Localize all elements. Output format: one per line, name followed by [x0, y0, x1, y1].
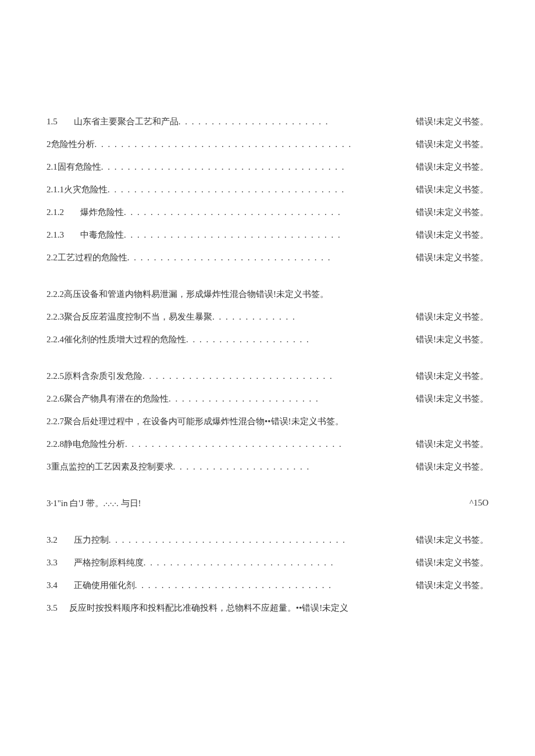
toc-page-ref: 错误!未定义书签。 [416, 334, 488, 345]
toc-page-ref: 错误!未定义书签。 [416, 535, 488, 546]
toc-number: 2.2.6 [47, 394, 64, 404]
toc-number: 2.1.1 [47, 185, 64, 195]
toc-entry: 2.1.1 火灾危险性 . . . . . . . . . . . . . . … [47, 184, 488, 195]
toc-entry: 2.1 固有危险性 . . . . . . . . . . . . . . . … [47, 162, 488, 173]
toc-dots: . . . . . . . . . . . . . . . . . . . . … [125, 439, 416, 449]
toc-number: 1.5 [47, 117, 58, 127]
toc-page-ref: 错误!未定义书签。 [416, 162, 488, 173]
toc-page-ref: 错误!未定义书签。 [416, 393, 488, 404]
toc-number: 2.2 [47, 253, 58, 263]
toc-number: 2.1.2 [47, 207, 64, 217]
toc-page-ref: 错误!未定义 [302, 603, 348, 614]
toc-number: 2.2.2 [47, 289, 64, 299]
toc-entry-garbled: 3·1"in 白'J 带。.·.·.·. 与日! ^15O [47, 498, 488, 509]
toc-entry: 1.5 山东省主要聚合工艺和产品 . . . . . . . . . . . .… [47, 116, 488, 127]
toc-entry: 2.2.5 原料含杂质引发危险 . . . . . . . . . . . . … [47, 371, 488, 382]
toc-entry: 2.2.7 聚合后处理过程中，在设备内可能形成爆炸性混合物•• 错误!未定义书签… [47, 416, 488, 427]
toc-number: 3.3 [47, 558, 58, 568]
toc-entry: 3.5 反应时按投料顺序和投料配比准确投料，总物料不应超量。•• 错误!未定义 [47, 603, 488, 614]
toc-dots: . . . . . . . . . . . . . . . . . . . . … [135, 581, 416, 590]
toc-dots: . . . . . . . . . . . . . [212, 312, 416, 322]
toc-dots: . . . . . . . . . . . . . . . . . . . . … [127, 253, 416, 263]
toc-dots: . . . . . . . . . . . . . . . . . . . . … [173, 462, 416, 472]
toc-title: 危险性分析 [51, 139, 95, 150]
toc-entry: 2.2.4 催化剂的性质增大过程的危险性 . . . . . . . . . .… [47, 334, 488, 345]
toc-page-ref: 错误!未定义书签。 [416, 580, 488, 591]
toc-container: 1.5 山东省主要聚合工艺和产品 . . . . . . . . . . . .… [47, 116, 488, 614]
toc-number: 3 [47, 462, 51, 472]
toc-number: 2.1.3 [47, 230, 64, 240]
toc-title: 反应时按投料顺序和投料配比准确投料，总物料不应超量。•• [69, 603, 302, 614]
toc-entry: 2 危险性分析 . . . . . . . . . . . . . . . . … [47, 139, 488, 150]
toc-title: 正确使用催化剂 [74, 580, 135, 591]
toc-dots: . . . . . . . . . . . . . . . . . . . . … [169, 394, 416, 404]
toc-number: 2.2.3 [47, 312, 64, 322]
toc-entry: 2.2.2 高压设备和管道内物料易泄漏，形成爆炸性混合物 错误!未定义书签。 [47, 289, 488, 300]
toc-entry: 2.1.2 爆炸危险性 . . . . . . . . . . . . . . … [47, 207, 488, 218]
toc-title: 工艺过程的危险性 [58, 252, 127, 263]
toc-page-ref: 错误!未定义书签。 [416, 230, 488, 241]
toc-entry: 3.3 严格控制原料纯度 . . . . . . . . . . . . . .… [47, 557, 488, 568]
toc-number: 3.4 [47, 581, 58, 590]
toc-number: 2.1 [47, 162, 58, 172]
toc-title: 聚合后处理过程中，在设备内可能形成爆炸性混合物•• [64, 416, 271, 427]
toc-number: 3.5 [47, 603, 58, 613]
toc-dots: . . . . . . . . . . . . . . . . . . . . … [108, 185, 416, 195]
toc-dots: . . . . . . . . . . . . . . . . . . . [186, 335, 416, 345]
toc-page-ref: 错误!未定义书签。 [416, 207, 488, 218]
toc-page-ref: 错误!未定义书签。 [416, 461, 488, 472]
toc-dots: . . . . . . . . . . . . . . . . . . . . … [142, 371, 416, 381]
toc-entry: 2.2.8 静电危险性分析 . . . . . . . . . . . . . … [47, 439, 488, 450]
toc-page-ref: 错误!未定义书签。 [416, 184, 488, 195]
toc-page-ref: 错误!未定义书签。 [416, 557, 488, 568]
toc-title: 山东省主要聚合工艺和产品 [74, 116, 179, 127]
toc-title: 重点监控的工艺因素及控制要求 [51, 461, 173, 472]
toc-title: 聚合产物具有潜在的危险性 [64, 393, 169, 404]
toc-number: 2 [47, 139, 51, 149]
toc-page-ref: 错误!未定义书签。 [416, 439, 488, 450]
toc-dots: . . . . . . . . . . . . . . . . . . . . … [124, 207, 416, 217]
toc-title: 高压设备和管道内物料易泄漏，形成爆炸性混合物 [64, 289, 256, 300]
toc-entry: 3.2 压力控制 . . . . . . . . . . . . . . . .… [47, 535, 488, 546]
toc-number: 2.2.8 [47, 439, 64, 449]
toc-dots: . . . . . . . . . . . . . . . . . . . . … [179, 117, 416, 127]
toc-number: 3.2 [47, 535, 58, 545]
toc-page-ref: 错误!未定义书签。 [271, 416, 344, 427]
toc-entry: 2.1.3 中毒危险性 . . . . . . . . . . . . . . … [47, 230, 488, 241]
toc-title: 爆炸危险性 [80, 207, 124, 218]
toc-page-ref: 错误!未定义书签。 [416, 371, 488, 382]
toc-entry: 3 重点监控的工艺因素及控制要求 . . . . . . . . . . . .… [47, 461, 488, 472]
toc-dots: . . . . . . . . . . . . . . . . . . . . … [144, 558, 416, 568]
toc-entry: 2.2.6 聚合产物具有潜在的危险性 . . . . . . . . . . .… [47, 393, 488, 404]
toc-number: 2.2.4 [47, 335, 64, 345]
toc-page-ref: 错误!未定义书签。 [416, 116, 488, 127]
toc-dots: . . . . . . . . . . . . . . . . . . . . … [109, 535, 416, 545]
toc-title: 聚合反应若温度控制不当，易发生暴聚 [64, 311, 212, 323]
toc-garbled-left: 3·1"in 白'J 带。.·.·.·. 与日! [47, 498, 141, 509]
toc-title: 固有危险性 [58, 162, 101, 173]
toc-page-ref: 错误!未定义书签。 [256, 289, 329, 300]
toc-title: 火灾危险性 [64, 184, 108, 195]
toc-page-ref: 错误!未定义书签。 [416, 311, 488, 323]
toc-dots: . . . . . . . . . . . . . . . . . . . . … [95, 139, 416, 149]
toc-page-ref: 错误!未定义书签。 [416, 252, 488, 263]
toc-title: 压力控制 [74, 535, 109, 546]
toc-entry: 2.2 工艺过程的危险性 . . . . . . . . . . . . . .… [47, 252, 488, 263]
toc-entry: 3.4 正确使用催化剂 . . . . . . . . . . . . . . … [47, 580, 488, 591]
toc-title: 中毒危险性 [80, 230, 124, 241]
toc-dots: . . . . . . . . . . . . . . . . . . . . … [124, 230, 416, 240]
toc-dots: . . . . . . . . . . . . . . . . . . . . … [101, 162, 416, 172]
toc-garbled-right: ^15O [469, 498, 488, 509]
toc-page-ref: 错误!未定义书签。 [416, 139, 488, 150]
toc-title: 静电危险性分析 [64, 439, 125, 450]
toc-title: 原料含杂质引发危险 [64, 371, 142, 382]
toc-entry: 2.2.3 聚合反应若温度控制不当，易发生暴聚 . . . . . . . . … [47, 311, 488, 323]
toc-number: 2.2.7 [47, 417, 64, 427]
toc-title: 催化剂的性质增大过程的危险性 [64, 334, 186, 345]
toc-title: 严格控制原料纯度 [74, 557, 144, 568]
toc-number: 2.2.5 [47, 371, 64, 381]
